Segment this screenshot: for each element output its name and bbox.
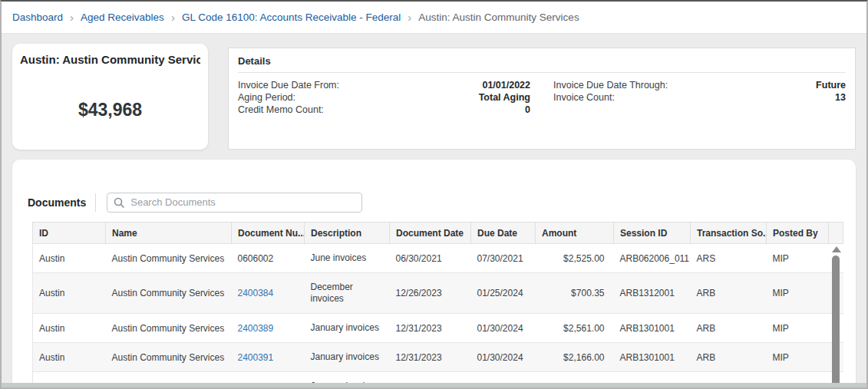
breadcrumb-link-aged-receivables[interactable]: Aged Receivables xyxy=(81,12,164,23)
column-header-empty xyxy=(829,223,843,244)
cell-description: December invoices xyxy=(305,273,390,314)
cell-document-date: 06/30/2021 xyxy=(390,244,471,273)
cell-description: January invoices xyxy=(305,343,390,372)
column-header-description[interactable]: Description xyxy=(305,223,390,244)
cell-id: Austin xyxy=(33,314,106,343)
detail-value: 13 xyxy=(835,91,846,104)
table-row: AustinAustin Community Services2400389Ja… xyxy=(33,314,843,343)
cell-due-date: 01/30/2024 xyxy=(471,343,536,372)
cell-amount: $700.35 xyxy=(536,273,614,314)
cell-document-number: 2400389 xyxy=(232,314,305,343)
detail-label: Invoice Due Date From: xyxy=(238,79,339,91)
table-row: AustinAustin Community Services2400391Ja… xyxy=(33,343,843,372)
column-header-session-id[interactable]: Session ID xyxy=(614,223,691,244)
document-number-link[interactable]: 2400389 xyxy=(238,323,274,334)
details-panel: Details Invoice Due Date From: 01/01/202… xyxy=(228,48,856,150)
chevron-right-icon: › xyxy=(70,12,74,23)
cell-name: Austin Community Services xyxy=(106,343,232,372)
document-number-link[interactable]: 2400384 xyxy=(238,288,274,298)
documents-title: Documents xyxy=(28,196,86,209)
detail-value: 0 xyxy=(525,104,530,116)
account-summary-card: Austin: Austin Community Servic… $43,968 xyxy=(12,44,208,150)
column-header-document-date[interactable]: Document Date xyxy=(390,223,471,244)
detail-label: Credit Memo Count: xyxy=(238,104,324,116)
cell-name: Austin Community Services xyxy=(106,314,232,343)
details-title: Details xyxy=(238,55,846,73)
divider xyxy=(95,193,96,212)
cell-posted-by: MIP xyxy=(767,244,829,273)
detail-value: Future xyxy=(816,79,846,91)
detail-label: Invoice Count: xyxy=(553,91,615,104)
cell-id: Austin xyxy=(33,273,106,314)
cell-name: Austin Community Services xyxy=(106,244,232,273)
detail-invoice-due-date-through: Invoice Due Date Through: Future xyxy=(553,79,846,91)
documents-header: Documents xyxy=(28,192,840,213)
cell-posted-by: MIP xyxy=(767,314,829,343)
cell-amount: $2,525.00 xyxy=(536,244,614,273)
detail-value: Total Aging xyxy=(479,91,530,104)
column-header-posted-by[interactable]: Posted By xyxy=(767,223,829,244)
cell-name: Austin Community Services xyxy=(106,273,232,314)
details-column-left: Invoice Due Date From: 01/01/2022 Aging … xyxy=(238,79,530,116)
cell-id: Austin xyxy=(33,343,106,372)
cell-posted-by: MIP xyxy=(767,343,829,372)
top-row: Austin: Austin Community Servic… $43,968… xyxy=(12,44,856,150)
documents-panel: Documents ID Name Document Nu... xyxy=(12,160,856,389)
cell-session-id: ARB1312001 xyxy=(614,273,691,314)
details-grid: Invoice Due Date From: 01/01/2022 Aging … xyxy=(238,73,846,116)
account-title: Austin: Austin Community Servic… xyxy=(20,53,200,66)
account-total-amount: $43,968 xyxy=(20,100,200,120)
cell-due-date: 01/30/2024 xyxy=(471,314,536,343)
vertical-scrollbar xyxy=(832,246,840,389)
cell-document-date: 12/31/2023 xyxy=(390,343,471,372)
cell-document-number: 2400391 xyxy=(232,343,305,372)
cell-posted-by: MIP xyxy=(767,273,829,314)
detail-label: Invoice Due Date Through: xyxy=(553,79,668,91)
column-header-transaction-source[interactable]: Transaction So... xyxy=(691,223,767,244)
cell-due-date: 01/25/2024 xyxy=(471,273,536,314)
column-header-due-date[interactable]: Due Date xyxy=(471,223,536,244)
detail-value: 01/01/2022 xyxy=(482,79,530,91)
table-row: AustinAustin Community Services0606002Ju… xyxy=(33,244,843,273)
cell-description: January invoices xyxy=(305,314,390,343)
detail-credit-memo-count: Credit Memo Count: 0 xyxy=(238,104,530,116)
scroll-up-arrow-icon[interactable] xyxy=(832,246,841,252)
column-header-amount[interactable]: Amount xyxy=(536,223,614,244)
cell-document-number: 0606002 xyxy=(232,244,305,273)
scrollbar-thumb[interactable] xyxy=(832,255,840,389)
column-header-name[interactable]: Name xyxy=(106,223,232,244)
breadcrumb-link-gl-code[interactable]: GL Code 16100: Accounts Receivable - Fed… xyxy=(182,12,401,23)
cell-document-date: 12/31/2023 xyxy=(390,314,471,343)
chevron-right-icon: › xyxy=(171,12,175,23)
cell-transaction-source: ARB xyxy=(691,343,767,372)
horizontal-scrollbar[interactable] xyxy=(2,383,866,387)
search-icon xyxy=(114,197,124,208)
column-header-document-number[interactable]: Document Nu... xyxy=(232,223,305,244)
breadcrumb: Dashboard › Aged Receivables › GL Code 1… xyxy=(2,2,866,34)
cell-transaction-source: ARB xyxy=(691,314,767,343)
detail-invoice-count: Invoice Count: 13 xyxy=(553,91,846,104)
cell-description: June invoices xyxy=(305,244,390,273)
cell-transaction-source: ARB xyxy=(691,273,767,314)
column-header-id[interactable]: ID xyxy=(33,223,106,244)
details-column-right: Invoice Due Date Through: Future Invoice… xyxy=(553,79,846,116)
cell-amount: $2,166.00 xyxy=(536,343,614,372)
cell-due-date: 07/30/2021 xyxy=(471,244,536,273)
search-input[interactable] xyxy=(130,196,355,208)
detail-aging-period: Aging Period: Total Aging xyxy=(238,91,530,104)
app-window: Dashboard › Aged Receivables › GL Code 1… xyxy=(0,0,868,389)
table-row: AustinAustin Community Services2400384De… xyxy=(33,273,843,314)
cell-session-id: ARB1301001 xyxy=(614,343,691,372)
table-header-row: ID Name Document Nu... Description Docum… xyxy=(33,223,843,244)
cell-session-id: ARB1301001 xyxy=(614,314,691,343)
detail-label: Aging Period: xyxy=(238,91,295,104)
detail-invoice-due-date-from: Invoice Due Date From: 01/01/2022 xyxy=(238,79,530,91)
documents-table: ID Name Document Nu... Description Docum… xyxy=(32,222,843,389)
breadcrumb-link-dashboard[interactable]: Dashboard xyxy=(12,12,63,23)
cell-document-number: 2400384 xyxy=(232,273,305,314)
breadcrumb-current-page: Austin: Austin Community Services xyxy=(418,12,579,23)
cell-transaction-source: ARS xyxy=(691,244,767,273)
chevron-right-icon: › xyxy=(408,12,411,23)
document-number-link[interactable]: 2400391 xyxy=(238,352,274,363)
cell-document-date: 12/26/2023 xyxy=(390,273,471,314)
